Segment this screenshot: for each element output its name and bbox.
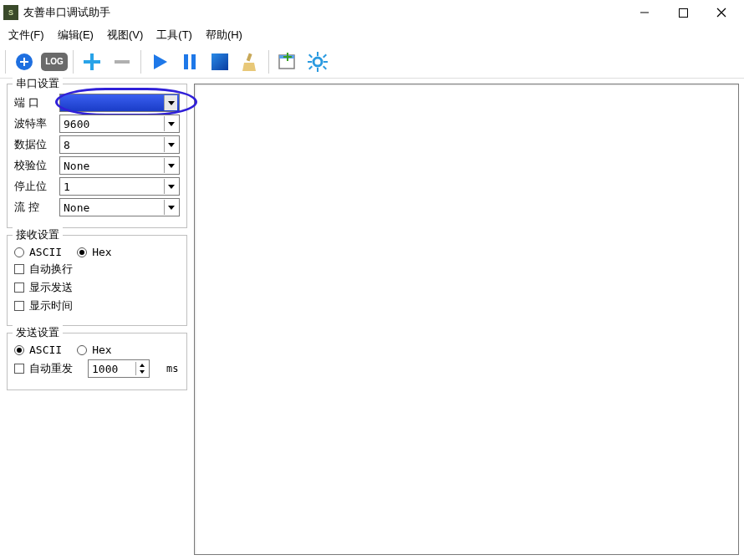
recv-hex-label: Hex [92, 246, 111, 258]
svg-rect-24 [308, 53, 313, 58]
resend-interval-input[interactable]: 1000 [88, 359, 150, 378]
stop-button[interactable] [206, 48, 233, 75]
recv-ascii-radio[interactable]: ASCII [14, 246, 62, 258]
svg-rect-20 [317, 52, 318, 56]
svg-rect-27 [308, 65, 313, 69]
svg-rect-22 [308, 61, 312, 63]
settings-button[interactable] [304, 48, 331, 75]
chevron-down-icon [164, 116, 177, 131]
svg-rect-18 [283, 56, 292, 58]
main-layout: 串口设置 端 口 波特率 9600 数据位 8 [0, 79, 744, 560]
send-hex-label: Hex [92, 344, 111, 356]
parity-value: None [64, 160, 164, 172]
new-window-button[interactable] [274, 48, 301, 75]
output-panel[interactable] [194, 84, 739, 555]
stopbits-combo[interactable]: 1 [59, 177, 180, 196]
port-label: 端 口 [14, 95, 54, 110]
toolbar-separator [73, 50, 74, 74]
svg-rect-5 [23, 58, 25, 66]
svg-rect-23 [324, 61, 328, 63]
chevron-down-icon [164, 95, 177, 110]
stopbits-value: 1 [64, 181, 164, 193]
send-ascii-radio[interactable]: ASCII [14, 344, 62, 356]
svg-rect-26 [323, 53, 327, 58]
port-combo[interactable] [59, 94, 180, 112]
send-ascii-label: ASCII [29, 344, 62, 356]
auto-wrap-label: 自动换行 [29, 262, 73, 277]
menu-edit[interactable]: 编辑(E) [51, 26, 100, 44]
svg-rect-8 [115, 60, 130, 64]
recv-hex-radio[interactable]: Hex [77, 246, 111, 258]
show-send-check[interactable]: 显示发送 [14, 280, 73, 295]
log-button[interactable]: LOG [41, 48, 68, 75]
menu-view[interactable]: 视图(V) [100, 26, 150, 44]
window-title: 友善串口调试助手 [23, 5, 625, 20]
add-circle-button[interactable] [11, 48, 38, 75]
toolbar-separator [5, 50, 6, 74]
menu-tools[interactable]: 工具(T) [150, 26, 199, 44]
serial-settings-group: 串口设置 端 口 波特率 9600 数据位 8 [7, 84, 187, 228]
serial-settings-legend: 串口设置 [13, 76, 63, 91]
menu-file[interactable]: 文件(F) [2, 26, 51, 44]
toolbar: LOG [0, 45, 744, 79]
pause-button[interactable] [176, 48, 203, 75]
databits-label: 数据位 [14, 137, 54, 152]
stopbits-label: 停止位 [14, 179, 54, 194]
maximize-button[interactable] [664, 0, 702, 25]
show-time-check[interactable]: 显示时间 [14, 298, 73, 313]
send-settings-group: 发送设置 ASCII Hex 自动重发 1000 ms [7, 333, 187, 390]
svg-rect-13 [247, 53, 252, 61]
auto-resend-label: 自动重发 [29, 361, 73, 376]
spin-down-icon[interactable] [135, 369, 147, 375]
parity-combo[interactable]: None [59, 156, 180, 175]
spin-up-icon[interactable] [135, 362, 147, 369]
app-icon: S [3, 5, 18, 20]
show-send-label: 显示发送 [29, 280, 73, 295]
parity-label: 校验位 [14, 158, 54, 173]
menu-help[interactable]: 帮助(H) [199, 26, 249, 44]
toolbar-separator [268, 50, 269, 74]
svg-rect-7 [84, 60, 100, 64]
baud-value: 9600 [64, 118, 164, 130]
svg-point-19 [313, 58, 322, 66]
svg-rect-12 [211, 53, 228, 70]
baud-combo[interactable]: 9600 [59, 115, 180, 133]
recv-ascii-label: ASCII [29, 246, 62, 258]
receive-settings-group: 接收设置 ASCII Hex 自动换行 显示发送 显示时间 [7, 235, 187, 326]
send-settings-legend: 发送设置 [13, 325, 63, 340]
resend-interval-value: 1000 [92, 363, 135, 375]
play-button[interactable] [146, 48, 173, 75]
minimize-button[interactable] [625, 0, 664, 25]
svg-rect-25 [323, 65, 327, 69]
databits-value: 8 [64, 139, 164, 151]
databits-combo[interactable]: 8 [59, 135, 180, 154]
svg-rect-10 [184, 54, 188, 69]
svg-rect-11 [191, 54, 196, 69]
baud-label: 波特率 [14, 116, 54, 131]
gear-icon [307, 51, 329, 73]
svg-marker-9 [154, 54, 167, 69]
clear-button[interactable] [237, 48, 263, 75]
minus-button[interactable] [109, 48, 135, 75]
chevron-down-icon [164, 200, 177, 215]
flow-value: None [64, 201, 164, 214]
show-time-label: 显示时间 [29, 298, 73, 313]
resend-interval-unit: ms [166, 363, 178, 374]
auto-wrap-check[interactable]: 自动换行 [14, 262, 73, 277]
receive-settings-legend: 接收设置 [13, 227, 63, 242]
toolbar-separator [140, 50, 141, 74]
log-icon: LOG [41, 53, 68, 71]
flow-label: 流 控 [14, 200, 54, 215]
svg-marker-14 [242, 63, 256, 71]
auto-resend-check[interactable]: 自动重发 [14, 361, 73, 376]
menubar: 文件(F) 编辑(E) 视图(V) 工具(T) 帮助(H) [0, 25, 744, 45]
chevron-down-icon [164, 179, 177, 194]
flow-combo[interactable]: None [59, 198, 180, 216]
chevron-down-icon [164, 137, 177, 152]
plus-button[interactable] [79, 48, 105, 75]
send-hex-radio[interactable]: Hex [77, 344, 111, 356]
chevron-down-icon [164, 158, 177, 173]
sidebar: 串口设置 端 口 波特率 9600 数据位 8 [0, 79, 194, 560]
titlebar: S 友善串口调试助手 [0, 0, 744, 25]
close-button[interactable] [702, 0, 741, 25]
